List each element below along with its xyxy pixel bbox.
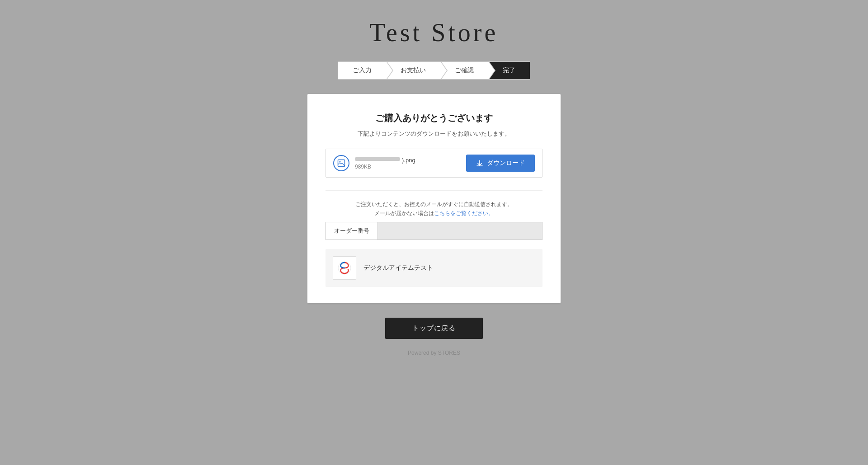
footer-text: Powered by STORES [408, 350, 460, 356]
order-row: オーダー番号 [326, 222, 542, 240]
order-label: オーダー番号 [326, 222, 378, 240]
main-card: ご購入ありがとうございます 下記よりコンテンツのダウンロードをお願いいたします。… [307, 94, 561, 303]
step-payment: お支払い [386, 62, 440, 79]
image-icon [337, 159, 345, 167]
product-name: デジタルアイテムテスト [363, 264, 433, 272]
svg-point-1 [340, 161, 341, 163]
email-help-link[interactable]: こちらをご覧ください。 [434, 210, 494, 216]
download-item-left: ).png 989KB [333, 155, 415, 171]
file-name: ).png [402, 157, 415, 164]
step-input: ご入力 [338, 62, 386, 79]
product-item: デジタルアイテムテスト [326, 249, 542, 287]
file-size: 989KB [355, 164, 415, 170]
file-name-bar [355, 157, 400, 161]
download-button[interactable]: ダウンロード [466, 155, 535, 172]
product-thumbnail [333, 256, 356, 280]
file-info: ).png 989KB [355, 157, 415, 170]
card-title: ご購入ありがとうございます [326, 112, 542, 124]
card-subtitle: 下記よりコンテンツのダウンロードをお願いいたします。 [326, 130, 542, 138]
order-value [378, 222, 542, 240]
email-notice: ご注文いただくと、お控えのメールがすぐに自動送信されます。 メールが届かない場合… [326, 200, 542, 218]
file-icon [333, 155, 349, 171]
download-item: ).png 989KB ダウンロード [326, 149, 542, 178]
page-title: Test Store [370, 18, 499, 47]
back-to-top-button[interactable]: トップに戻る [385, 318, 483, 339]
progress-steps: ご入力 お支払い ご確認 完了 [338, 61, 530, 80]
stores-logo-icon [335, 259, 354, 277]
download-icon [476, 160, 483, 167]
divider [326, 190, 542, 191]
